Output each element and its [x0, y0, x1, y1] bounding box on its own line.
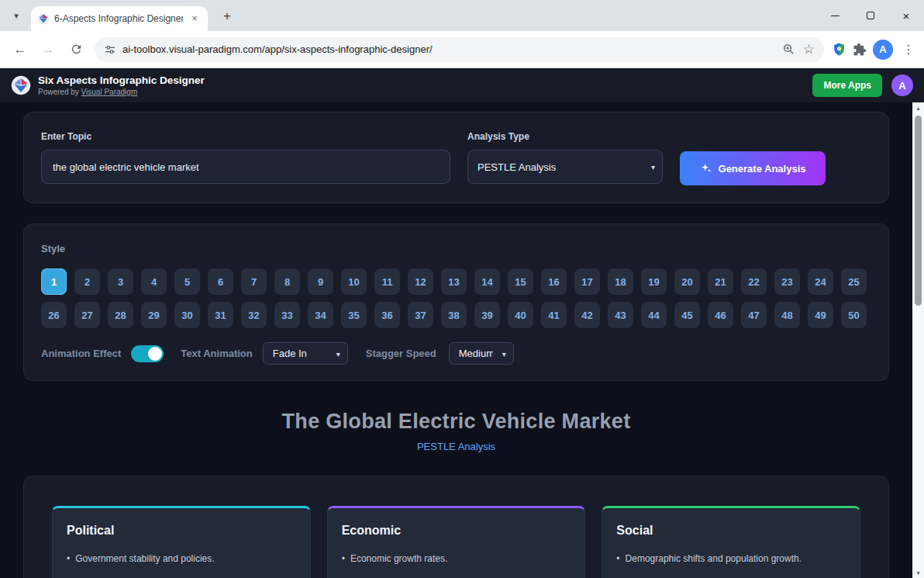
- style-button[interactable]: 5: [174, 268, 200, 295]
- generate-analysis-button[interactable]: Generate Analysis: [680, 151, 826, 185]
- style-button[interactable]: 9: [308, 268, 333, 295]
- bookmark-star-icon[interactable]: ☆: [803, 41, 815, 57]
- style-button[interactable]: 25: [841, 268, 867, 295]
- scroll-up-icon[interactable]: ▲: [912, 102, 924, 113]
- aspect-card-political: Political • Government stability and pol…: [52, 506, 311, 578]
- animation-effect-toggle[interactable]: [131, 345, 164, 362]
- omnibox[interactable]: ☆: [95, 37, 824, 62]
- tab-search-button[interactable]: ▾: [5, 6, 27, 25]
- infographic-header: The Global Electric Vehicle Market PESTL…: [23, 410, 889, 452]
- style-button[interactable]: 26: [41, 302, 67, 328]
- style-button[interactable]: 17: [574, 268, 600, 295]
- style-button[interactable]: 6: [208, 268, 233, 295]
- analysis-type-select[interactable]: PESTLE Analysis: [467, 150, 663, 184]
- style-button[interactable]: 44: [641, 302, 667, 328]
- app-user-avatar[interactable]: A: [891, 74, 913, 96]
- style-button[interactable]: 7: [241, 268, 267, 295]
- style-button[interactable]: 45: [674, 302, 700, 328]
- infographic-title: The Global Electric Vehicle Market: [23, 410, 889, 434]
- style-button[interactable]: 32: [241, 302, 267, 328]
- more-apps-button[interactable]: More Apps: [812, 74, 882, 97]
- style-button[interactable]: 47: [741, 302, 767, 328]
- style-button[interactable]: 41: [541, 302, 567, 328]
- style-button[interactable]: 37: [408, 302, 433, 328]
- tab-close-icon[interactable]: ×: [188, 12, 202, 26]
- style-button[interactable]: 4: [141, 268, 167, 295]
- app-logo-icon: [11, 75, 31, 95]
- style-button[interactable]: 8: [274, 268, 300, 295]
- style-button[interactable]: 34: [308, 302, 333, 328]
- style-button[interactable]: 23: [774, 268, 800, 295]
- powered-by-text: Powered by: [38, 88, 79, 96]
- style-button[interactable]: 42: [574, 302, 600, 328]
- reload-button[interactable]: [64, 37, 88, 62]
- browser-profile-avatar[interactable]: A: [873, 40, 893, 60]
- stagger-speed-select[interactable]: Medium: [449, 342, 514, 365]
- forward-button[interactable]: →: [36, 37, 60, 62]
- scrollbar-thumb[interactable]: [915, 116, 922, 306]
- style-button[interactable]: 36: [374, 302, 400, 328]
- back-icon: ←: [14, 42, 27, 57]
- style-button[interactable]: 10: [341, 268, 367, 295]
- text-animation-select[interactable]: Fade In: [263, 342, 348, 365]
- style-button[interactable]: 19: [641, 268, 667, 295]
- extension-icon[interactable]: [832, 42, 846, 57]
- style-button[interactable]: 3: [108, 268, 133, 295]
- page-scrollbar[interactable]: ▲ ▼: [912, 102, 924, 578]
- app-header: Six Aspects Infographic Designer Powered…: [0, 68, 924, 102]
- zoom-icon[interactable]: [782, 43, 795, 56]
- extensions-puzzle-icon[interactable]: [853, 43, 867, 57]
- maximize-button[interactable]: [853, 0, 888, 31]
- new-tab-button[interactable]: +: [218, 7, 236, 26]
- style-button[interactable]: 38: [441, 302, 467, 328]
- style-button[interactable]: 12: [408, 268, 433, 295]
- style-button[interactable]: 29: [141, 302, 167, 328]
- app-title: Six Aspects Infographic Designer: [38, 74, 205, 87]
- style-button[interactable]: 46: [708, 302, 733, 328]
- close-window-button[interactable]: ×: [888, 0, 924, 31]
- url-input[interactable]: [122, 43, 782, 55]
- style-button[interactable]: 24: [808, 268, 833, 295]
- chevron-down-icon: ▾: [14, 11, 19, 21]
- style-button[interactable]: 48: [774, 302, 800, 328]
- style-button[interactable]: 11: [374, 268, 400, 295]
- style-button[interactable]: 1: [41, 268, 67, 295]
- style-button[interactable]: 27: [74, 302, 100, 328]
- style-button[interactable]: 31: [208, 302, 233, 328]
- style-button[interactable]: 15: [508, 268, 533, 295]
- style-button[interactable]: 49: [808, 302, 833, 328]
- style-button[interactable]: 39: [474, 302, 500, 328]
- minimize-button[interactable]: [817, 0, 853, 31]
- style-button[interactable]: 18: [608, 268, 633, 295]
- bullet-icon: •: [67, 553, 70, 564]
- style-button[interactable]: 33: [274, 302, 300, 328]
- browser-menu-icon[interactable]: ⋮: [899, 42, 918, 57]
- style-button[interactable]: 14: [474, 268, 500, 295]
- style-button[interactable]: 22: [741, 268, 767, 295]
- topic-input[interactable]: [41, 150, 450, 184]
- powered-by: Powered by Visual Paradigm: [38, 88, 205, 96]
- text-animation-label: Text Animation: [181, 348, 252, 359]
- style-button[interactable]: 35: [341, 302, 367, 328]
- pestle-cards-container: Political • Government stability and pol…: [23, 476, 889, 578]
- scroll-down-icon[interactable]: ▼: [912, 567, 924, 578]
- style-button[interactable]: 50: [841, 302, 867, 328]
- style-button[interactable]: 16: [541, 268, 567, 295]
- nav-right-cluster: A ⋮: [832, 40, 918, 60]
- site-settings-icon[interactable]: [104, 43, 116, 56]
- back-button[interactable]: ←: [8, 37, 33, 62]
- screen: ▾ 6-Aspects Infographic Designer × + × ←…: [0, 0, 924, 578]
- visual-paradigm-link[interactable]: Visual Paradigm: [81, 88, 138, 96]
- window-controls: ×: [817, 0, 924, 31]
- generate-analysis-label: Generate Analysis: [719, 163, 806, 175]
- style-button[interactable]: 40: [508, 302, 533, 328]
- style-button[interactable]: 20: [674, 268, 700, 295]
- style-button[interactable]: 43: [608, 302, 633, 328]
- browser-tab[interactable]: 6-Aspects Infographic Designer ×: [31, 6, 208, 31]
- style-button[interactable]: 2: [74, 268, 100, 295]
- style-button[interactable]: 13: [441, 268, 467, 295]
- style-button[interactable]: 30: [174, 302, 200, 328]
- animation-controls-row: Animation Effect Text Animation Fade In …: [41, 342, 871, 365]
- style-button[interactable]: 28: [108, 302, 133, 328]
- style-button[interactable]: 21: [708, 268, 733, 295]
